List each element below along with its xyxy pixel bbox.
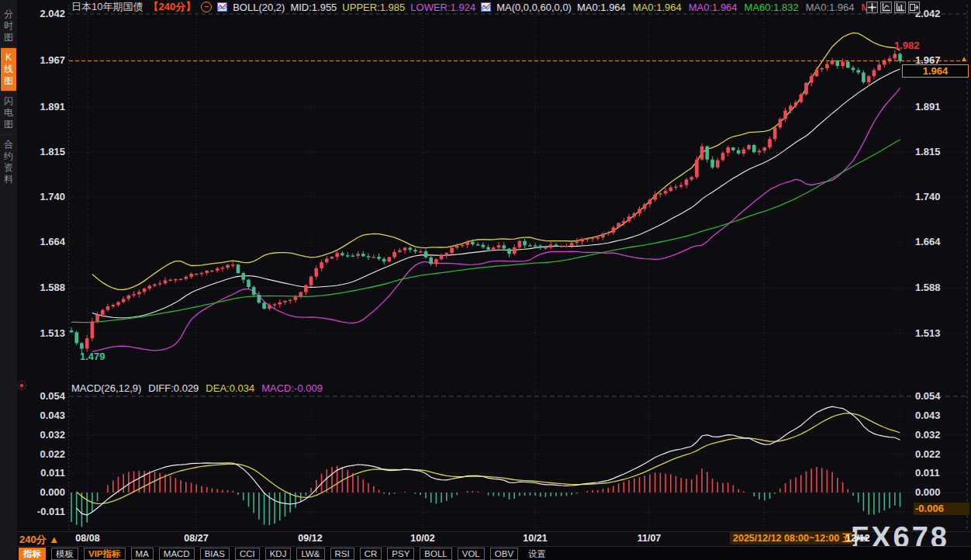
time-label-08/27: 08/27 bbox=[184, 533, 208, 544]
toolbar-tab-MA[interactable]: MA bbox=[131, 548, 154, 560]
toolbar-tab-BIAS[interactable]: BIAS bbox=[200, 548, 230, 560]
macd-diff-value: DIFF:0.029 bbox=[148, 382, 199, 394]
time-label-10/21: 10/21 bbox=[523, 533, 547, 544]
current-price-tag: 1.964 bbox=[902, 64, 969, 78]
price-tick-left-6: 1.588 bbox=[16, 282, 65, 293]
boll-label: BOLL(20,2) bbox=[233, 2, 285, 13]
toolbar-tab-设置[interactable]: 设置 bbox=[524, 548, 551, 560]
price-tick-right-6: 1.588 bbox=[915, 282, 941, 293]
ma-value-3: MA60:1.832 bbox=[745, 2, 799, 13]
price-tick-left-1: 1.967 bbox=[16, 54, 65, 66]
toolbar-tab-指标[interactable]: 指标 bbox=[19, 548, 46, 560]
macd-tick-left-4: 0.011 bbox=[16, 467, 65, 479]
macd-current-value-tag: -0.006 bbox=[914, 503, 969, 515]
low-price-label: 1.479 bbox=[80, 351, 105, 362]
price-tick-right-4: 1.740 bbox=[915, 191, 941, 202]
sidebar-item-1[interactable]: K 线 图 bbox=[1, 47, 16, 91]
boll-legend-icon[interactable] bbox=[217, 2, 227, 12]
price-tick-right-3: 1.815 bbox=[915, 146, 941, 157]
macd-tick-left-2: 0.032 bbox=[16, 429, 65, 441]
ma-value-4: MA0:1.964 bbox=[806, 2, 855, 13]
ma-values-group: MA0:1.964MA0:1.964MA0:1.964MA60:1.832MA0… bbox=[577, 2, 883, 13]
macd-params-label: MACD(26,12,9) bbox=[71, 382, 141, 394]
instrument-title: 日本10年期国债 bbox=[71, 0, 143, 14]
macd-tick-right-1: 0.043 bbox=[915, 410, 941, 421]
macd-tick-left-1: 0.043 bbox=[16, 410, 65, 421]
high-price-label: 1.982 bbox=[894, 40, 920, 51]
pane-shift-icon[interactable] bbox=[908, 2, 920, 13]
boll-lower-value: LOWER:1.924 bbox=[410, 2, 475, 13]
toolbar-tab-LW&[interactable]: LW& bbox=[296, 548, 324, 560]
macd-dea-value: DEA:0.034 bbox=[206, 382, 254, 394]
time-axis: 240分 ▲ 2025/12/12 08:00~12:00 五 12/12 08… bbox=[0, 532, 971, 545]
macd-tick-right-3: 0.022 bbox=[915, 448, 941, 460]
price-tick-left-2: 1.891 bbox=[16, 101, 65, 112]
macd-tick-left-6: -0.011 bbox=[16, 506, 65, 517]
time-label-11/07: 11/07 bbox=[638, 533, 662, 544]
price-tick-left-7: 1.513 bbox=[16, 327, 65, 339]
toolbar-tab-KDJ[interactable]: KDJ bbox=[265, 548, 292, 560]
price-tick-left-4: 1.740 bbox=[16, 191, 65, 202]
chart-header: 日本10年期国债 【240分】 − BOLL(20,2) MID:1.955 U… bbox=[71, 1, 889, 13]
toolbar-tabs: 指标模板VIP指标MAMACDBIASCCIKDJLW&RSICRPSYBOLL… bbox=[13, 548, 551, 560]
indicator-marker-icon[interactable] bbox=[16, 380, 27, 394]
macd-value: MACD:-0.009 bbox=[261, 382, 323, 394]
macd-tick-right-5: 0.000 bbox=[915, 486, 941, 498]
collapse-icon[interactable]: − bbox=[201, 2, 212, 12]
macd-tick-right-0: 0.054 bbox=[915, 390, 941, 402]
macd-tick-right-4: 0.011 bbox=[915, 467, 940, 479]
toolbar-tab-CCI[interactable]: CCI bbox=[235, 548, 260, 560]
time-label-10/02: 10/02 bbox=[410, 533, 434, 544]
time-label-09/12: 09/12 bbox=[298, 533, 322, 544]
period-label[interactable]: 【240分】 bbox=[148, 0, 195, 14]
toolbar-tab-VOL[interactable]: VOL bbox=[458, 548, 485, 560]
toolbar-tab-BOLL[interactable]: BOLL bbox=[420, 548, 451, 560]
price-up-arrow-icon: ▲ bbox=[960, 54, 968, 63]
left-sidebar: 分 时 图K 线 图闪 电 图合 约 资 料 bbox=[0, 0, 17, 560]
period-selector[interactable]: 240分 ▲ bbox=[19, 533, 59, 547]
ma-params-label: MA(0,0,0,60,0,0) bbox=[496, 2, 572, 13]
ma-legend-icon[interactable] bbox=[481, 2, 491, 12]
sidebar-item-3[interactable]: 合 约 资 料 bbox=[1, 134, 16, 189]
ma-value-0: MA0:1.964 bbox=[577, 2, 626, 13]
price-tick-right-2: 1.891 bbox=[915, 101, 941, 112]
chart-tools bbox=[866, 2, 920, 13]
toolbar-tab-CR[interactable]: CR bbox=[360, 548, 382, 560]
price-tick-left-5: 1.664 bbox=[16, 236, 65, 247]
toolbar-tab-PSY[interactable]: PSY bbox=[387, 548, 414, 560]
boll-upper-value: UPPER:1.985 bbox=[342, 2, 405, 13]
boll-mid-value: MID:1.955 bbox=[290, 2, 337, 13]
macd-tick-left-3: 0.022 bbox=[16, 448, 65, 460]
sidebar-item-0[interactable]: 分 时 图 bbox=[1, 5, 16, 47]
toolbar-tab-RSI[interactable]: RSI bbox=[330, 548, 354, 560]
session-highlight: 2025/12/12 08:00~12:00 五 bbox=[730, 532, 855, 544]
ma-value-1: MA0:1.964 bbox=[633, 2, 682, 13]
scale-up-axis-icon[interactable] bbox=[880, 2, 892, 13]
toolbar-tab-模板[interactable]: 模板 bbox=[51, 548, 78, 560]
price-tick-right-7: 1.513 bbox=[915, 327, 941, 339]
chart-canvas[interactable] bbox=[0, 0, 971, 532]
toolbar-tab-OBV[interactable]: OBV bbox=[490, 548, 518, 560]
time-label-08/08: 08/08 bbox=[75, 533, 99, 544]
ma-value-2: MA0:1.964 bbox=[689, 2, 738, 13]
price-tick-right-5: 1.664 bbox=[915, 236, 941, 247]
last-date-label: 12/12 bbox=[845, 533, 869, 544]
scale-down-axis-icon[interactable] bbox=[894, 2, 906, 13]
macd-tick-right-2: 0.032 bbox=[915, 429, 941, 441]
price-tick-left-0: 2.042 bbox=[16, 8, 65, 19]
macd-header: MACD(26,12,9) DIFF:0.029 DEA:0.034 MACD:… bbox=[71, 382, 330, 394]
indicator-toolbar: 指标模板VIP指标MAMACDBIASCCIKDJLW&RSICRPSYBOLL… bbox=[0, 546, 971, 560]
price-tick-left-3: 1.815 bbox=[16, 146, 65, 157]
toolbar-tab-VIP指标[interactable]: VIP指标 bbox=[84, 548, 126, 560]
toolbar-tab-MACD[interactable]: MACD bbox=[159, 548, 195, 560]
pan-crosshair-icon[interactable] bbox=[866, 2, 878, 13]
macd-tick-left-5: 0.000 bbox=[16, 486, 65, 498]
sidebar-item-2[interactable]: 闪 电 图 bbox=[1, 91, 16, 134]
